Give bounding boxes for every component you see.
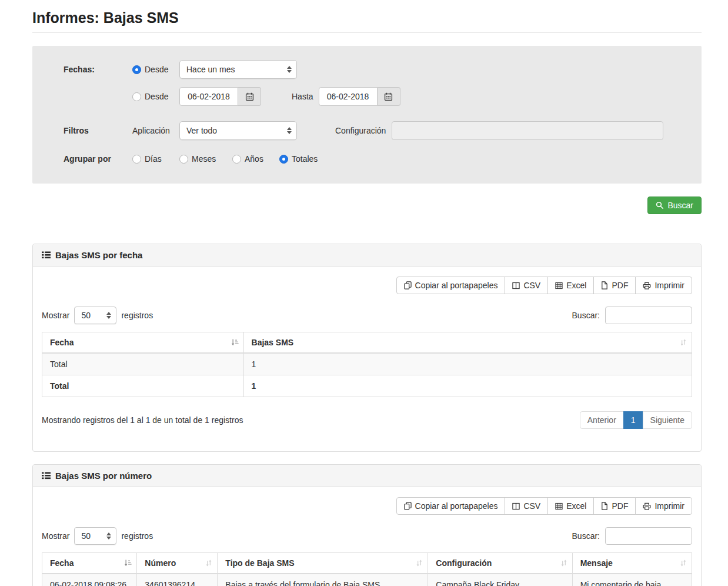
columns-icon <box>512 282 520 289</box>
table-bajas-por-numero: Fecha Número Tipo de Baja SMS Confi <box>42 552 692 586</box>
excel-button[interactable]: Excel <box>547 277 594 294</box>
hasta-date-input[interactable] <box>319 87 378 106</box>
print-button[interactable]: Imprimir <box>635 497 692 515</box>
hasta-calendar-button[interactable] <box>378 87 400 106</box>
buscar-row: Buscar <box>32 197 702 214</box>
column-header-bajas-sms[interactable]: Bajas SMS <box>243 332 692 354</box>
copy-icon <box>404 502 412 510</box>
radio-dot-icon <box>132 92 141 101</box>
calendar-icon <box>384 92 393 101</box>
table-total-row[interactable]: Total 1 <box>42 375 692 397</box>
pdf-button[interactable]: PDF <box>593 277 636 294</box>
column-header-fecha[interactable]: Fecha <box>42 332 244 354</box>
csv-button[interactable]: CSV <box>505 277 548 294</box>
table-row[interactable]: 06-02-2018 09:08:26 34601396214 Bajas a … <box>42 574 692 586</box>
filtros-row: Filtros Aplicación Ver todo Configuració… <box>32 121 702 140</box>
export-toolbar: Copiar al portapapeles CSV Excel PDF <box>42 497 692 515</box>
agrupar-radio-dias[interactable]: Días <box>132 154 162 164</box>
configuracion-input[interactable] <box>392 121 663 140</box>
desde-date-input[interactable] <box>179 87 238 106</box>
panel-numero-body: Copiar al portapapeles CSV Excel PDF <box>33 487 701 586</box>
pdf-button[interactable]: PDF <box>593 497 636 515</box>
agrupar-row: Agrupar por Días Meses Años <box>32 149 702 168</box>
file-pdf-icon <box>601 281 608 289</box>
desde-preset-radio[interactable]: Desde <box>132 65 168 74</box>
column-header-numero[interactable]: Número <box>137 553 218 574</box>
printer-icon <box>643 502 651 510</box>
copy-button[interactable]: Copiar al portapapeles <box>396 277 506 294</box>
table-search-input[interactable] <box>605 307 692 324</box>
pdf-button-label: PDF <box>612 281 628 290</box>
copy-icon <box>404 281 412 289</box>
mostrar-label: Mostrar <box>42 531 69 541</box>
pagination-prev-button[interactable]: Anterior <box>580 411 624 429</box>
columns-icon <box>512 502 520 510</box>
desde-custom-radio[interactable]: Desde <box>132 92 168 101</box>
table-bajas-por-fecha: Fecha Bajas SMS Total 1 <box>42 332 692 397</box>
agrupar-radio-anos-label: Años <box>245 154 263 164</box>
print-button-label: Imprimir <box>654 501 684 511</box>
copy-button-label: Copiar al portapapeles <box>415 501 498 511</box>
print-button-label: Imprimir <box>654 281 684 290</box>
calendar-icon <box>245 92 254 101</box>
pagination: Anterior 1 Siguiente <box>580 411 692 429</box>
search-icon <box>656 201 664 209</box>
sort-asc-icon <box>124 560 132 567</box>
radio-dot-icon <box>132 65 141 74</box>
radio-dot-icon <box>279 155 288 164</box>
buscar-button-label: Buscar <box>667 201 693 210</box>
pagination-page-1-button[interactable]: 1 <box>623 411 643 429</box>
select-spinner-icon <box>287 127 292 134</box>
page-size-value: 50 <box>81 311 91 320</box>
copy-button[interactable]: Copiar al portapapeles <box>396 497 506 515</box>
csv-button[interactable]: CSV <box>505 497 548 515</box>
agrupar-radio-totales[interactable]: Totales <box>279 154 318 164</box>
page-size-select[interactable]: 50 <box>74 527 116 545</box>
agrupar-radio-anos[interactable]: Años <box>232 154 263 164</box>
date-preset-select[interactable]: Hace un mes <box>179 60 297 79</box>
table-search-input[interactable] <box>605 527 692 545</box>
panel-numero-title: Bajas SMS por número <box>55 471 152 481</box>
select-spinner-icon <box>106 312 111 319</box>
fechas-label: Fechas: <box>64 65 132 74</box>
page-header: Informes: Bajas SMS <box>32 9 702 33</box>
buscar-button[interactable]: Buscar <box>647 197 702 214</box>
hasta-label: Hasta <box>292 92 313 101</box>
panel-fecha-heading: Bajas SMS por fecha <box>33 244 701 267</box>
print-button[interactable]: Imprimir <box>635 277 692 294</box>
excel-button[interactable]: Excel <box>547 497 594 515</box>
desde-calendar-button[interactable] <box>238 87 261 106</box>
pagination-next-button[interactable]: Siguiente <box>643 411 692 429</box>
table-icon <box>555 282 563 289</box>
dt-footer-fecha: Mostrando registros del 1 al 1 de un tot… <box>42 411 692 429</box>
date-preset-select-value: Hace un mes <box>186 65 235 74</box>
page-size-select[interactable]: 50 <box>74 307 116 324</box>
sort-both-icon <box>680 339 687 347</box>
mostrar-label: Mostrar <box>42 311 69 320</box>
table-search-label: Buscar: <box>572 531 600 541</box>
agrupar-radio-meses-label: Meses <box>192 154 216 164</box>
page-size-value: 50 <box>81 531 91 541</box>
radio-dot-icon <box>132 155 141 164</box>
panel-numero-heading: Bajas SMS por número <box>33 465 701 487</box>
sort-both-icon <box>560 560 567 567</box>
column-header-tipo-de-baja[interactable]: Tipo de Baja SMS <box>218 553 428 574</box>
agrupar-radio-meses[interactable]: Meses <box>179 154 216 164</box>
page-container: Informes: Bajas SMS Fechas: Desde Hace u… <box>32 0 702 586</box>
aplicacion-select[interactable]: Ver todo <box>179 121 297 140</box>
select-spinner-icon <box>287 66 292 73</box>
panel-fecha-title: Bajas SMS por fecha <box>55 250 142 260</box>
agrupar-label: Agrupar por <box>64 154 132 164</box>
filter-panel: Fechas: Desde Hace un mes Desde <box>32 46 702 184</box>
column-header-configuracion[interactable]: Configuración <box>428 553 572 574</box>
panel-fecha-body: Copiar al portapapeles CSV Excel PDF <box>33 267 701 451</box>
file-pdf-icon <box>601 502 608 510</box>
aplicacion-label: Aplicación <box>132 126 170 135</box>
column-header-fecha[interactable]: Fecha <box>42 553 137 574</box>
agrupar-radio-totales-label: Totales <box>292 154 318 164</box>
table-row[interactable]: Total 1 <box>42 353 692 375</box>
column-header-mensaje[interactable]: Mensaje <box>572 553 692 574</box>
configuracion-label: Configuración <box>335 126 386 135</box>
excel-button-label: Excel <box>566 501 586 511</box>
registros-label: registros <box>121 531 153 541</box>
